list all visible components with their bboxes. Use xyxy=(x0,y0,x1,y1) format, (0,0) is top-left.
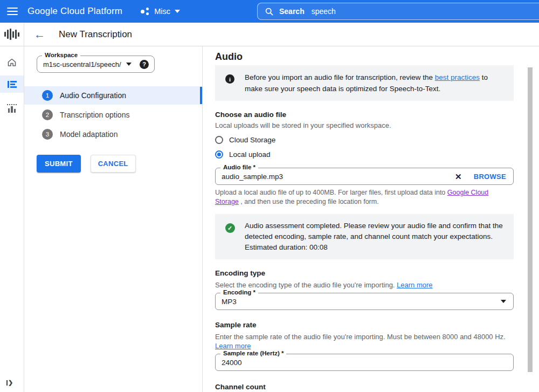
chevron-down-icon xyxy=(175,10,180,13)
transcription-list-icon xyxy=(8,81,17,88)
audio-file-input[interactable]: Audio file * audio_sample.mp3 ✕ BROWSE xyxy=(215,168,514,185)
form-actions: SUBMIT CANCEL xyxy=(37,155,202,173)
rail-item-overview[interactable] xyxy=(0,54,24,70)
bar-chart-icon xyxy=(7,104,17,113)
panel-expand-icon[interactable]: ❯ xyxy=(6,380,13,386)
step-number-badge: 1 xyxy=(42,90,53,101)
step-label: Audio Configuration xyxy=(60,91,126,100)
workspace-label: Workspace xyxy=(42,52,80,58)
success-check-icon: ✓ xyxy=(225,223,235,233)
step-list: 1 Audio Configuration 2 Transcription op… xyxy=(24,86,202,143)
info-icon: i xyxy=(225,74,234,84)
step-transcription-options[interactable]: 2 Transcription options xyxy=(24,106,202,124)
sample-rate-value: 24000 xyxy=(222,359,242,367)
step-number-badge: 2 xyxy=(42,109,53,120)
page-header: ← New Transcription xyxy=(24,23,539,46)
workspace-value: m1sc-uscentral1/speech/ xyxy=(43,60,121,68)
waveform-icon xyxy=(4,29,19,40)
dropdown-caret-icon xyxy=(501,300,506,303)
home-icon xyxy=(7,58,17,67)
browse-button[interactable]: BROWSE xyxy=(474,173,506,181)
assessment-banner: ✓ Audio assessment completed. Please rev… xyxy=(215,214,514,259)
choose-audio-file-title: Choose an audio file xyxy=(215,111,514,119)
clear-icon[interactable]: ✕ xyxy=(455,173,462,181)
speech-to-text-logo xyxy=(0,23,24,46)
sample-rate-learn-more-link[interactable]: Learn more xyxy=(215,342,251,350)
rail-item-transcriptions[interactable] xyxy=(0,75,24,93)
stepper-panel: Workspace m1sc-uscentral1/speech/ ? 1 Au… xyxy=(24,46,202,392)
search-query-text: speech xyxy=(312,7,336,16)
assessment-text: Audio assessment completed. Please revie… xyxy=(245,217,505,256)
encoding-field-label: Encoding * xyxy=(220,289,258,295)
radio-selected-icon xyxy=(215,150,223,159)
sample-rate-input[interactable]: Sample rate (Hertz) * 24000 xyxy=(215,354,514,371)
encoding-learn-more-link[interactable]: Learn more xyxy=(397,281,432,289)
radio-local-upload[interactable]: Local upload xyxy=(215,149,514,159)
main-content: Audio i Before you import an audio file … xyxy=(202,46,539,392)
app-bar: Google Cloud Platform Misc Search speech xyxy=(0,0,539,23)
step-model-adaptation[interactable]: 3 Model adaptation xyxy=(24,125,202,143)
encoding-desc: Select the encoding type of the audio fi… xyxy=(215,280,514,290)
info-banner-text-before: Before you import an audio file for tran… xyxy=(245,73,435,81)
step-label: Transcription options xyxy=(60,111,129,119)
encoding-select[interactable]: Encoding * MP3 xyxy=(215,293,514,310)
rail-item-metrics[interactable] xyxy=(0,100,24,116)
encoding-type-title: Encoding type xyxy=(215,269,514,277)
sample-rate-desc: Enter the sample rate of the audio file … xyxy=(215,332,514,350)
dropdown-caret-icon xyxy=(126,63,132,66)
choose-audio-file-subtitle: Local uploads will be stored in your spe… xyxy=(215,121,514,130)
step-label: Model adaptation xyxy=(60,130,118,139)
step-audio-configuration[interactable]: 1 Audio Configuration xyxy=(24,86,202,105)
best-practices-link[interactable]: best practices xyxy=(435,73,480,81)
audio-file-value: audio_sample.mp3 xyxy=(222,173,283,181)
sample-rate-title: Sample rate xyxy=(215,321,514,329)
cancel-button[interactable]: CANCEL xyxy=(91,155,136,173)
product-name: Google Cloud Platform xyxy=(27,6,122,17)
step-number-badge: 3 xyxy=(42,129,53,140)
search-input[interactable]: Search speech xyxy=(257,3,539,20)
search-label: Search xyxy=(279,7,305,16)
project-switcher-icon xyxy=(141,7,149,16)
submit-button[interactable]: SUBMIT xyxy=(37,155,81,173)
audio-file-label: Audio file * xyxy=(220,164,258,170)
help-icon[interactable]: ? xyxy=(140,60,149,69)
section-title-audio: Audio xyxy=(215,51,514,63)
left-icon-rail: ❯ xyxy=(0,23,24,392)
audio-file-helper: Upload a local audio file of up to 400MB… xyxy=(215,188,501,207)
project-selector-label: Misc xyxy=(154,7,170,16)
sample-rate-field-label: Sample rate (Hertz) * xyxy=(220,350,286,356)
workspace-select[interactable]: Workspace m1sc-uscentral1/speech/ ? xyxy=(37,56,155,73)
back-arrow-icon[interactable]: ← xyxy=(34,29,45,40)
radio-unselected-icon xyxy=(215,136,223,144)
encoding-value: MP3 xyxy=(222,298,237,306)
search-icon xyxy=(265,8,273,16)
radio-cloud-storage[interactable]: Cloud Storage xyxy=(215,135,514,145)
project-selector[interactable]: Misc xyxy=(141,7,180,16)
hamburger-menu-icon[interactable] xyxy=(7,8,18,15)
vertical-scrollbar[interactable] xyxy=(528,67,533,372)
page-title: New Transcription xyxy=(59,29,132,40)
best-practices-banner: i Before you import an audio file for tr… xyxy=(215,65,514,101)
channel-count-title: Channel count xyxy=(215,383,514,391)
